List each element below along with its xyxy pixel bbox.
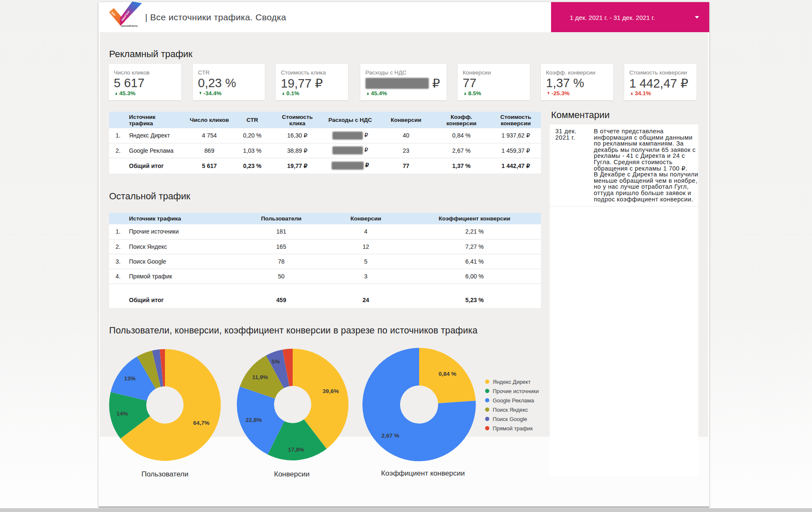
- svg-text:2,67 %: 2,67 %: [381, 432, 399, 439]
- svg-text:5%: 5%: [272, 358, 280, 365]
- svg-text:Конверсии: Конверсии: [274, 470, 310, 478]
- svg-text:11,9%: 11,9%: [252, 374, 268, 380]
- svg-text:Прямой трафик: Прямой трафик: [493, 425, 533, 432]
- svg-text:Коэффициент конверсии: Коэффициент конверсии: [381, 469, 465, 477]
- svg-text:Поиск Google: Поиск Google: [493, 416, 527, 422]
- svg-text:22,8%: 22,8%: [246, 417, 262, 423]
- svg-text:Прочие источники: Прочие источники: [493, 388, 539, 394]
- svg-text:Пользователи: Пользователи: [142, 470, 189, 478]
- svg-text:13%: 13%: [124, 375, 135, 382]
- svg-text:Google Реклама: Google Реклама: [493, 397, 534, 404]
- svg-text:64,7%: 64,7%: [193, 420, 209, 426]
- svg-text:Яндекс Директ: Яндекс Директ: [493, 379, 531, 385]
- svg-text:0,84 %: 0,84 %: [439, 371, 456, 377]
- svg-text:39,6%: 39,6%: [323, 388, 339, 394]
- svg-text:14%: 14%: [116, 410, 128, 417]
- svg-text:Поиск Яндекс: Поиск Яндекс: [493, 407, 528, 413]
- svg-text:17,8%: 17,8%: [288, 446, 304, 453]
